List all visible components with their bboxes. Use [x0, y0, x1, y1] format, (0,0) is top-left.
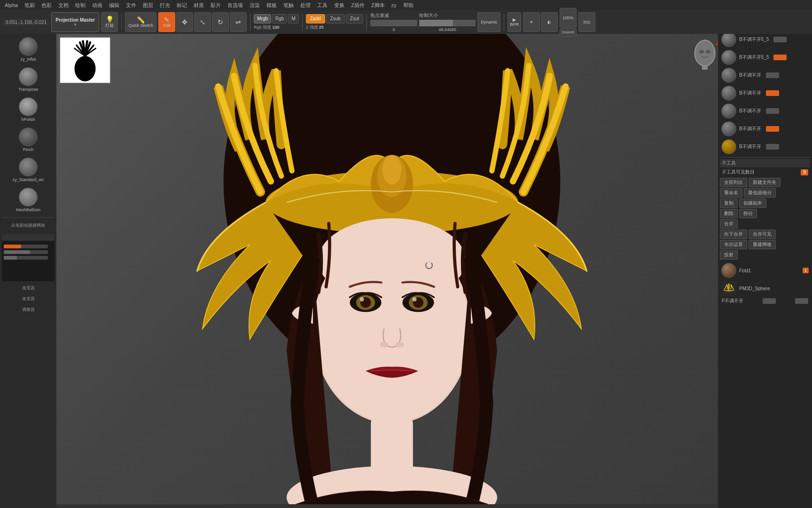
sb-brush-entry-5[interactable]: B不调不开 — [720, 102, 810, 120]
f-toggle-switch-2[interactable] — [795, 298, 808, 304]
create-copy-button[interactable]: 创建副本 — [739, 198, 766, 208]
menu-alpha[interactable]: Alpha — [2, 1, 21, 9]
f-toggle-switch[interactable] — [763, 298, 776, 304]
zoom-100-button[interactable]: 100% — [560, 8, 577, 28]
duplicate-button[interactable]: 复制 — [720, 198, 738, 208]
mrgb-button[interactable]: Mrgb — [254, 14, 271, 24]
brush-transpose[interactable]: Transpose — [2, 66, 55, 93]
zadd-button[interactable]: Zadd — [306, 14, 325, 24]
menu-layer[interactable]: 图层 — [140, 1, 156, 10]
rename-button[interactable]: 重命名 — [720, 188, 742, 198]
edit-button[interactable]: ✎ Edit — [158, 12, 175, 32]
sb-brush-toggle-6[interactable] — [766, 126, 779, 132]
menu-edit[interactable]: 编辑 — [106, 1, 122, 10]
project-button[interactable]: 投射 — [720, 250, 738, 260]
rgb-button[interactable]: Rgb — [272, 14, 287, 24]
slider-3[interactable] — [4, 256, 48, 260]
brush-hpolish[interactable]: hPolish — [2, 96, 55, 123]
rotate-button[interactable]: ↻ — [212, 12, 229, 32]
symmetry-button[interactable]: ⇌ — [230, 12, 247, 32]
menu-process[interactable]: 处理 — [297, 1, 313, 10]
zsub-button[interactable]: Zsub — [326, 14, 345, 24]
menu-preferences[interactable]: 首选项 — [225, 1, 246, 10]
new-folder-button[interactable]: 新建文件夹 — [749, 178, 781, 187]
zoom2d-button[interactable]: ZoomD — [560, 28, 577, 37]
menu-material[interactable]: 材质 — [191, 1, 207, 10]
slider-2[interactable] — [4, 250, 48, 254]
boolean-button[interactable]: 布尔运算 — [720, 240, 747, 249]
sb-brush-name-4: B不调不开 — [739, 90, 761, 96]
draw-size-slider[interactable] — [419, 20, 476, 26]
sb-brush-entry-7[interactable]: B不调不开 — [720, 138, 810, 156]
menu-document[interactable]: 文档 — [55, 1, 71, 10]
pm3d-brush-entry[interactable]: PM3D_Sphere — [720, 279, 810, 297]
pm3d-brush-name: PM3D_Sphere — [739, 286, 770, 291]
brush-meshballoon[interactable]: MeshBalloon — [2, 186, 55, 214]
bpr-button[interactable]: ▶ BPR — [508, 12, 521, 32]
menu-movie[interactable]: 影片 — [208, 1, 224, 10]
sb-brush-toggle-2[interactable] — [773, 55, 787, 60]
focus-value: 0 — [370, 27, 417, 32]
menu-zscript[interactable]: Z脚本 — [368, 1, 388, 10]
create-mesh-button[interactable]: 从笔刷创建建网格 — [10, 222, 46, 230]
sb-brush-toggle-7[interactable] — [766, 144, 779, 150]
sb-brush-toggle-5[interactable] — [766, 108, 779, 114]
menu-help[interactable]: 帮助 — [400, 1, 416, 10]
menu-file[interactable]: 文件 — [123, 1, 139, 10]
merge-down-button[interactable]: 向下合并 — [720, 230, 747, 239]
menu-light[interactable]: 打光 — [157, 1, 173, 10]
quick-sketch-button[interactable]: ✏️ Quick Sketch — [125, 12, 156, 32]
sb-brush-toggle-1[interactable] — [773, 37, 787, 42]
sb-brush-toggle-3[interactable] — [766, 72, 779, 78]
sub-tool-section[interactable]: 子工具 — [720, 159, 810, 167]
sb-brush-entry-6[interactable]: B不调不开 — [720, 120, 810, 138]
brush-zy-standard[interactable]: zy_Standard_wc — [2, 156, 55, 183]
canvas-area[interactable] — [56, 34, 727, 508]
menu-draw[interactable]: 绘制 — [72, 1, 88, 10]
fold1-brush-entry[interactable]: Fold1 1 — [720, 262, 810, 279]
min-subdivision-button[interactable]: 最低级细分 — [744, 188, 776, 198]
dynamic-button[interactable]: Dynamic — [477, 12, 500, 32]
menu-animation[interactable]: 动画 — [89, 1, 105, 10]
contrast-button[interactable]: 对比 — [578, 12, 595, 32]
slider-1[interactable] — [4, 245, 48, 248]
menu-zy[interactable]: zy — [389, 1, 399, 9]
scale-button[interactable]: ⤡ — [194, 12, 211, 32]
render-light-button[interactable]: ☀ — [523, 12, 540, 32]
all-list-button[interactable]: 全部列出 — [720, 178, 747, 187]
move-button[interactable]: ✥ — [176, 12, 193, 32]
menu-render[interactable]: 渲染 — [247, 1, 263, 10]
zsut-button[interactable]: Zsut — [346, 14, 363, 24]
split-button[interactable]: 拆分 — [739, 209, 757, 218]
merge-button[interactable]: 合并 — [720, 219, 738, 229]
sb-brush-entry-3[interactable]: B不调不开 — [720, 66, 810, 84]
sb-brush-entry-4[interactable]: B不调不开 — [720, 84, 810, 102]
alpha-thumbnail[interactable] — [59, 37, 111, 84]
menu-template[interactable]: 模板 — [264, 1, 280, 10]
render-shadow-button[interactable]: ◐ — [541, 12, 558, 32]
menu-marker[interactable]: 标记 — [174, 1, 190, 10]
canvas-background[interactable] — [56, 34, 727, 508]
menu-zplugin[interactable]: Z插件 — [348, 1, 367, 10]
menu-brush[interactable]: 笔刷 — [22, 1, 38, 10]
brush-transpose-icon — [19, 67, 38, 86]
rebuild-mesh-button[interactable]: 重建网格 — [749, 240, 776, 249]
menu-stroke[interactable]: 笔触 — [281, 1, 297, 10]
brush-zy-inflat[interactable]: zy_inflat — [2, 36, 55, 63]
brush-hpolish-icon — [19, 97, 38, 116]
m-button[interactable]: M — [288, 14, 298, 24]
sb-brush-toggle-4[interactable] — [766, 90, 779, 96]
svg-point-15 — [413, 297, 417, 302]
focus-slider[interactable] — [370, 20, 417, 26]
projection-master-button[interactable]: Projection Master ▼ — [51, 12, 99, 32]
merge-visible-button[interactable]: 合并可见 — [749, 230, 776, 239]
canvas-scrollbar-horizontal[interactable] — [56, 504, 727, 508]
delete-button[interactable]: 删除 — [720, 209, 738, 218]
menu-transform[interactable]: 变换 — [331, 1, 347, 10]
sb-brush-entry-2[interactable]: B不调不开5_5 — [720, 48, 810, 66]
brush-pinch[interactable]: Pinch — [2, 126, 55, 153]
lamp-button[interactable]: 💡 灯箱 — [101, 12, 118, 32]
sb-brush-name-6: B不调不开 — [739, 126, 761, 132]
menu-color[interactable]: 色彩 — [39, 1, 55, 10]
menu-tool[interactable]: 工具 — [314, 1, 330, 10]
